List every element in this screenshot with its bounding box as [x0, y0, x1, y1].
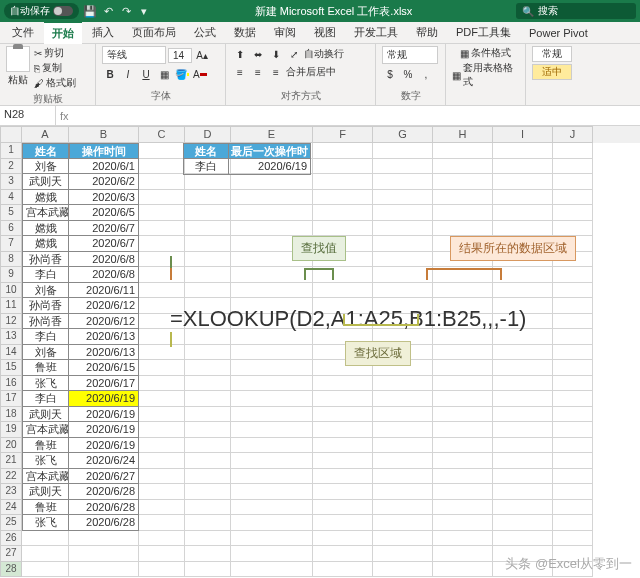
- cell[interactable]: [231, 360, 313, 376]
- cell[interactable]: [139, 143, 185, 159]
- search-input[interactable]: 🔍 搜索: [516, 3, 636, 19]
- cell[interactable]: 2020/6/27: [69, 469, 139, 485]
- cell[interactable]: [231, 546, 313, 562]
- cell[interactable]: [139, 438, 185, 454]
- cell[interactable]: [433, 174, 493, 190]
- cell[interactable]: 刘备: [22, 283, 69, 299]
- cell[interactable]: 2020/6/15: [69, 360, 139, 376]
- cell[interactable]: [493, 453, 553, 469]
- cell[interactable]: [139, 484, 185, 500]
- cell[interactable]: [231, 438, 313, 454]
- cell[interactable]: [373, 205, 433, 221]
- cell[interactable]: [493, 515, 553, 531]
- cell[interactable]: [313, 453, 373, 469]
- cell[interactable]: [313, 143, 373, 159]
- cell[interactable]: 2020/6/28: [69, 500, 139, 516]
- cell[interactable]: [69, 562, 139, 578]
- cell[interactable]: [139, 515, 185, 531]
- cell[interactable]: [231, 221, 313, 237]
- row-header[interactable]: 12: [0, 314, 22, 330]
- cell[interactable]: [313, 484, 373, 500]
- cell[interactable]: 2020/6/2: [69, 174, 139, 190]
- cell[interactable]: 2020/6/12: [69, 314, 139, 330]
- row-header[interactable]: 1: [0, 143, 22, 159]
- align-mid-icon[interactable]: ⬌: [250, 46, 266, 62]
- cell[interactable]: [313, 515, 373, 531]
- cell[interactable]: [185, 205, 231, 221]
- cell[interactable]: [185, 391, 231, 407]
- col-header-I[interactable]: I: [493, 126, 553, 143]
- cell[interactable]: 2020/6/19: [69, 407, 139, 423]
- save-icon[interactable]: 💾: [83, 4, 97, 18]
- cell[interactable]: [373, 438, 433, 454]
- align-left-icon[interactable]: ≡: [232, 64, 248, 80]
- cell[interactable]: [493, 360, 553, 376]
- redo-icon[interactable]: ↷: [119, 4, 133, 18]
- select-all-corner[interactable]: [0, 126, 22, 143]
- cell[interactable]: [373, 221, 433, 237]
- cell[interactable]: [433, 438, 493, 454]
- col-header-A[interactable]: A: [22, 126, 69, 143]
- cell[interactable]: [553, 531, 593, 547]
- cell[interactable]: 2020/6/19: [69, 438, 139, 454]
- cell[interactable]: [553, 422, 593, 438]
- painter-button[interactable]: 🖌 格式刷: [34, 76, 76, 90]
- cell[interactable]: [553, 484, 593, 500]
- row-header[interactable]: 24: [0, 500, 22, 516]
- col-header-D[interactable]: D: [185, 126, 231, 143]
- cell[interactable]: [231, 562, 313, 578]
- cell[interactable]: 嫦娥: [22, 190, 69, 206]
- cell[interactable]: [373, 174, 433, 190]
- cell[interactable]: [553, 376, 593, 392]
- cell[interactable]: [433, 376, 493, 392]
- cell[interactable]: [313, 438, 373, 454]
- row-header[interactable]: 9: [0, 267, 22, 283]
- fx-icon[interactable]: fx: [60, 110, 69, 122]
- cell[interactable]: [231, 205, 313, 221]
- cell[interactable]: [185, 236, 231, 252]
- cell[interactable]: [231, 422, 313, 438]
- cell[interactable]: [433, 453, 493, 469]
- undo-icon[interactable]: ↶: [101, 4, 115, 18]
- cell[interactable]: [139, 469, 185, 485]
- cell[interactable]: [553, 159, 593, 175]
- cell[interactable]: [373, 484, 433, 500]
- cell[interactable]: [373, 376, 433, 392]
- cell[interactable]: [493, 407, 553, 423]
- cell[interactable]: [433, 531, 493, 547]
- cell[interactable]: 武则天: [22, 484, 69, 500]
- cell[interactable]: [313, 376, 373, 392]
- row-header[interactable]: 26: [0, 531, 22, 547]
- cell[interactable]: [185, 546, 231, 562]
- cell[interactable]: [493, 190, 553, 206]
- cell[interactable]: [139, 205, 185, 221]
- cell[interactable]: [433, 562, 493, 578]
- cell[interactable]: 孙尚香: [22, 252, 69, 268]
- cell[interactable]: [553, 500, 593, 516]
- cell[interactable]: 2020/6/19: [69, 422, 139, 438]
- cell[interactable]: [493, 391, 553, 407]
- cell[interactable]: [139, 221, 185, 237]
- cell[interactable]: 宫本武藏: [22, 469, 69, 485]
- cell[interactable]: [231, 190, 313, 206]
- cell[interactable]: 2020/6/1: [69, 159, 139, 175]
- cell[interactable]: 2020/6/13: [69, 329, 139, 345]
- row-header[interactable]: 25: [0, 515, 22, 531]
- cell[interactable]: [139, 531, 185, 547]
- row-header[interactable]: 27: [0, 546, 22, 562]
- cell[interactable]: [139, 422, 185, 438]
- cell[interactable]: 2020/6/3: [69, 190, 139, 206]
- row-header[interactable]: 4: [0, 190, 22, 206]
- merge-button[interactable]: 合并后居中: [286, 65, 336, 79]
- col-header-J[interactable]: J: [553, 126, 593, 143]
- cell[interactable]: [433, 500, 493, 516]
- row-header[interactable]: 6: [0, 221, 22, 237]
- cell[interactable]: [433, 546, 493, 562]
- cell[interactable]: [185, 422, 231, 438]
- tab-开始[interactable]: 开始: [44, 21, 82, 44]
- cell[interactable]: [373, 407, 433, 423]
- font-size-select[interactable]: 14: [168, 48, 192, 63]
- cell[interactable]: [22, 546, 69, 562]
- row-header[interactable]: 20: [0, 438, 22, 454]
- cell[interactable]: [313, 500, 373, 516]
